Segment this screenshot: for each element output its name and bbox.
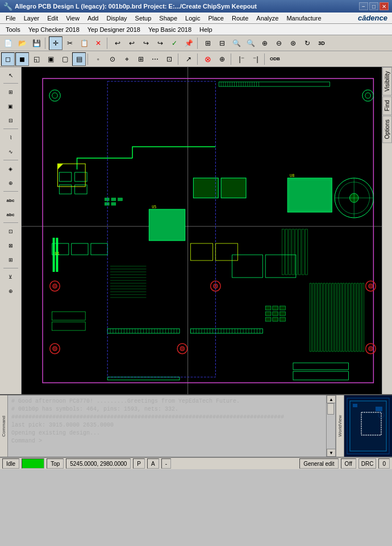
- lt-place2[interactable]: ⊕: [3, 176, 19, 190]
- menu-view[interactable]: View: [62, 14, 83, 23]
- menu-file[interactable]: File: [2, 14, 19, 23]
- svg-rect-19: [105, 198, 109, 201]
- scroll-thumb[interactable]: [327, 403, 334, 415]
- tb-redo2[interactable]: ↪: [153, 36, 167, 50]
- minimap-canvas: [344, 395, 392, 457]
- menu-yep-checker[interactable]: Yep Checker 2018: [25, 25, 83, 34]
- svg-rect-185: [376, 407, 382, 411]
- tb-zoom-in[interactable]: 🔍: [230, 36, 243, 50]
- lt-select[interactable]: ↖: [3, 68, 19, 82]
- tb2-btn8[interactable]: ⊙: [106, 52, 119, 66]
- console-line-5: Opening existing design...: [11, 429, 323, 437]
- menu-logic[interactable]: Logic: [182, 14, 203, 23]
- tb2-btn5[interactable]: ▢: [58, 52, 72, 66]
- console-line-1: # Good afternoon PC8770! .........Greeti…: [11, 398, 323, 406]
- tb-grid2[interactable]: ⊟: [215, 36, 229, 50]
- tb2-btn7[interactable]: ◦: [91, 52, 105, 66]
- tb2-btn11[interactable]: ⋯: [148, 52, 162, 66]
- tb-cut[interactable]: ✂: [63, 36, 77, 50]
- console-scrollbar[interactable]: ▲ ▼: [326, 395, 335, 457]
- lt-place1[interactable]: ◈: [3, 162, 19, 176]
- menu-edit[interactable]: Edit: [44, 14, 61, 23]
- tb-grid[interactable]: ⊞: [201, 36, 215, 50]
- lt-misc5[interactable]: ⊕: [3, 284, 19, 298]
- tb2-btn9[interactable]: ⌖: [120, 52, 134, 66]
- lt-btn3[interactable]: ⊟: [3, 114, 19, 127]
- scroll-down-btn[interactable]: ▼: [327, 449, 336, 457]
- tb-save[interactable]: 💾: [30, 36, 43, 50]
- menu-place[interactable]: Place: [205, 14, 227, 23]
- menu-display[interactable]: Display: [103, 14, 130, 23]
- lt-text2[interactable]: abc: [3, 208, 19, 221]
- tb2-btn4[interactable]: ▣: [44, 52, 57, 66]
- lt-misc1[interactable]: ⊡: [3, 225, 19, 238]
- status-bar: Idle Top 5245.0000, 2980.0000 P A - Gene…: [0, 457, 392, 469]
- tb-refresh[interactable]: ↻: [301, 36, 314, 50]
- tb2-select[interactable]: ◻: [1, 52, 15, 66]
- menu-layer[interactable]: Layer: [20, 14, 43, 23]
- lt-btn2[interactable]: ▣: [3, 100, 19, 113]
- tb2-connect[interactable]: ⊕: [215, 52, 229, 66]
- minimize-button[interactable]: −: [359, 2, 368, 10]
- tb-snap[interactable]: ✛: [49, 36, 62, 50]
- console-line-6: Command >: [11, 437, 323, 445]
- tb-pin[interactable]: 📌: [182, 36, 195, 50]
- tb-undo[interactable]: ↩: [111, 36, 124, 50]
- maximize-button[interactable]: □: [369, 2, 378, 10]
- tb2-sep1: [87, 53, 90, 65]
- menu-manufacture[interactable]: Manufacture: [283, 14, 324, 23]
- tb-copy[interactable]: 📋: [77, 36, 91, 50]
- close-button[interactable]: ✕: [380, 2, 389, 10]
- lt-misc3[interactable]: ⊞: [3, 253, 19, 267]
- menu-yep-basic[interactable]: Yep Basic 2018: [145, 25, 195, 34]
- menu-route[interactable]: Route: [228, 14, 252, 23]
- menu-setup[interactable]: Setup: [132, 14, 155, 23]
- visibility-tab[interactable]: Visibility: [382, 67, 392, 96]
- tb2-btn6[interactable]: ▤: [72, 52, 86, 66]
- scroll-up-btn[interactable]: ▲: [327, 395, 336, 403]
- tb-check[interactable]: ✓: [168, 36, 181, 50]
- tb2-odb[interactable]: ODB: [268, 52, 282, 66]
- find-tab[interactable]: Find: [382, 96, 392, 115]
- tb-sep1: [45, 38, 47, 49]
- tb2-select2[interactable]: ◼: [15, 52, 29, 66]
- tb-3d[interactable]: 3D: [315, 36, 328, 50]
- tb2-btn10[interactable]: ⊞: [134, 52, 148, 66]
- svg-rect-21: [118, 198, 123, 201]
- lt-sep1: [3, 83, 18, 84]
- tb2-arrow[interactable]: ↗: [182, 52, 195, 66]
- tb-zoom-prev[interactable]: ⊖: [272, 36, 286, 50]
- lt-btn1[interactable]: ⊞: [3, 85, 19, 99]
- tb2-stop[interactable]: ⊗: [201, 52, 215, 66]
- tb-zoom-sel[interactable]: ⊛: [286, 36, 300, 50]
- tb-delete[interactable]: ✕: [91, 36, 105, 50]
- svg-rect-158: [273, 317, 278, 321]
- menu-tools[interactable]: Tools: [2, 25, 24, 34]
- tb-open[interactable]: 📂: [15, 36, 29, 50]
- tb2-dash1[interactable]: |⁻: [235, 52, 248, 66]
- menu-add[interactable]: Add: [84, 14, 102, 23]
- options-tab[interactable]: Options: [382, 115, 392, 143]
- menu-help[interactable]: Help: [196, 25, 216, 34]
- tb-redo[interactable]: ↪: [139, 36, 153, 50]
- svg-rect-0: [22, 67, 382, 394]
- lt-misc4[interactable]: ⊻: [3, 270, 19, 284]
- tb-zoom-fit[interactable]: ⊕: [258, 36, 272, 50]
- tb2-btn12[interactable]: ⊡: [162, 52, 176, 66]
- menu-yep-designer[interactable]: Yep Designer 2018: [84, 25, 144, 34]
- tb-new[interactable]: 📄: [1, 36, 15, 50]
- lt-route1[interactable]: ⌇: [3, 131, 19, 144]
- svg-rect-20: [111, 198, 116, 201]
- menu-shape[interactable]: Shape: [156, 14, 181, 23]
- lt-misc2[interactable]: ⊠: [3, 239, 19, 253]
- canvas-area[interactable]: U1 U5 U8: [22, 67, 382, 394]
- tb2-btn3[interactable]: ◱: [30, 52, 43, 66]
- right-panel: Visibility Find Options: [382, 67, 392, 394]
- lt-route2[interactable]: ∿: [3, 145, 19, 159]
- tb-zoom-out[interactable]: 🔍: [244, 36, 257, 50]
- title-bar-controls[interactable]: − □ ✕: [359, 2, 389, 10]
- lt-text1[interactable]: abc: [3, 193, 19, 207]
- tb-undo2[interactable]: ↩: [125, 36, 139, 50]
- tb2-dash2[interactable]: ⁻|: [249, 52, 262, 66]
- menu-analyze[interactable]: Analyze: [253, 14, 282, 23]
